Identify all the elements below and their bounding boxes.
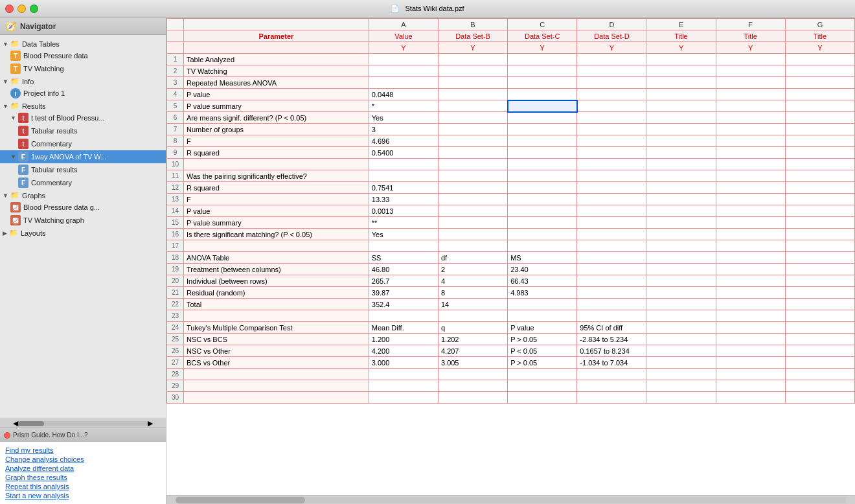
data-cell-f[interactable] xyxy=(716,380,785,392)
data-cell-g[interactable] xyxy=(785,334,854,345)
data-cell-d[interactable] xyxy=(577,299,646,310)
data-cell-e[interactable] xyxy=(646,357,716,369)
data-cell-e[interactable] xyxy=(646,299,716,310)
data-cell-g[interactable] xyxy=(785,217,854,229)
data-cell-c[interactable] xyxy=(508,205,577,217)
data-cell-a[interactable]: 4.696 xyxy=(369,135,438,147)
data-cell-f[interactable] xyxy=(716,54,785,65)
data-cell-g[interactable] xyxy=(785,264,854,275)
data-cell-f[interactable] xyxy=(716,159,785,170)
data-cell-b[interactable] xyxy=(438,100,507,112)
data-cell-g[interactable] xyxy=(785,89,854,100)
data-cell-c[interactable]: P value xyxy=(508,322,577,334)
new-analysis-link[interactable]: Start a new analysis xyxy=(5,491,161,500)
data-cell-a[interactable]: 352.4 xyxy=(369,299,438,310)
data-cell-a[interactable]: Yes xyxy=(369,112,438,124)
data-cell-g[interactable] xyxy=(785,77,854,89)
param-cell[interactable]: Is there significant matching? (P < 0.05… xyxy=(184,229,369,240)
data-cell-d[interactable] xyxy=(577,54,646,65)
data-cell-d[interactable] xyxy=(577,194,646,205)
data-cell-g[interactable] xyxy=(785,182,854,194)
data-cell-a[interactable] xyxy=(369,310,438,322)
param-cell[interactable] xyxy=(184,369,369,380)
data-cell-g[interactable] xyxy=(785,65,854,77)
data-cell-b[interactable] xyxy=(438,240,507,252)
param-cell[interactable]: F xyxy=(184,194,369,205)
param-cell[interactable]: Repeated Measures ANOVA xyxy=(184,77,369,89)
data-cell-b[interactable] xyxy=(438,170,507,182)
repeat-analysis-link[interactable]: Repeat this analysis xyxy=(5,482,161,491)
param-cell[interactable]: ANOVA Table xyxy=(184,252,369,264)
data-cell-c[interactable]: P < 0.05 xyxy=(508,345,577,357)
data-cell-c[interactable] xyxy=(508,194,577,205)
data-cell-b[interactable] xyxy=(438,380,507,392)
spreadsheet-scroll[interactable]: A B C D E F G Parameter Value xyxy=(166,18,855,495)
data-cell-g[interactable] xyxy=(785,229,854,240)
data-cell-b[interactable] xyxy=(438,310,507,322)
param-cell[interactable]: F xyxy=(184,135,369,147)
data-cell-b[interactable] xyxy=(438,124,507,135)
info-header[interactable]: ▼ 📁 Info xyxy=(0,76,166,87)
data-cell-e[interactable] xyxy=(646,112,716,124)
maximize-button[interactable] xyxy=(30,5,38,13)
data-cell-c[interactable] xyxy=(508,392,577,404)
scroll-right-icon[interactable]: ▶ xyxy=(148,419,153,428)
data-cell-g[interactable] xyxy=(785,100,854,112)
data-cell-g[interactable] xyxy=(785,205,854,217)
data-cell-b[interactable] xyxy=(438,89,507,100)
data-cell-a[interactable] xyxy=(369,369,438,380)
data-cell-e[interactable] xyxy=(646,89,716,100)
data-cell-f[interactable] xyxy=(716,124,785,135)
data-cell-c[interactable]: 66.43 xyxy=(508,275,577,287)
data-cell-d[interactable] xyxy=(577,112,646,124)
sidebar-item-bp-graph[interactable]: 📈 Blood Pressure data g... xyxy=(0,201,166,214)
data-cell-a[interactable]: 3.000 xyxy=(369,357,438,369)
data-cell-e[interactable] xyxy=(646,194,716,205)
data-cell-c[interactable] xyxy=(508,369,577,380)
data-cell-b[interactable] xyxy=(438,112,507,124)
param-cell[interactable]: P value summary xyxy=(184,100,369,112)
data-cell-f[interactable] xyxy=(716,182,785,194)
data-cell-c[interactable] xyxy=(508,135,577,147)
data-cell-a[interactable]: 0.0448 xyxy=(369,89,438,100)
data-cell-g[interactable] xyxy=(785,345,854,357)
data-cell-c[interactable] xyxy=(508,240,577,252)
data-cell-c[interactable] xyxy=(508,77,577,89)
data-cell-c[interactable]: P > 0.05 xyxy=(508,357,577,369)
data-tables-header[interactable]: ▼ 📁 Data Tables xyxy=(0,38,166,49)
data-cell-f[interactable] xyxy=(716,100,785,112)
bottom-scroll[interactable] xyxy=(166,495,855,504)
analyze-different-link[interactable]: Analyze different data xyxy=(5,464,161,473)
data-cell-e[interactable] xyxy=(646,369,716,380)
change-analysis-link[interactable]: Change analysis choices xyxy=(5,455,161,464)
data-cell-b[interactable] xyxy=(438,217,507,229)
param-cell[interactable]: Was the pairing significantly effective? xyxy=(184,170,369,182)
data-cell-f[interactable] xyxy=(716,322,785,334)
param-cell[interactable]: NSC vs BCS xyxy=(184,334,369,345)
data-cell-d[interactable] xyxy=(577,77,646,89)
data-cell-a[interactable]: 13.33 xyxy=(369,194,438,205)
data-cell-d[interactable] xyxy=(577,287,646,299)
param-cell[interactable]: NSC vs Other xyxy=(184,345,369,357)
data-cell-b[interactable]: 1.202 xyxy=(438,334,507,345)
data-cell-e[interactable] xyxy=(646,252,716,264)
data-cell-a[interactable] xyxy=(369,65,438,77)
param-cell[interactable]: R squared xyxy=(184,182,369,194)
sidebar-item-commentary-1[interactable]: t Commentary xyxy=(0,137,166,150)
data-cell-e[interactable] xyxy=(646,217,716,229)
data-cell-g[interactable] xyxy=(785,310,854,322)
data-cell-b[interactable]: 14 xyxy=(438,299,507,310)
data-cell-d[interactable] xyxy=(577,217,646,229)
data-cell-f[interactable] xyxy=(716,264,785,275)
data-cell-d[interactable] xyxy=(577,65,646,77)
param-cell[interactable]: R squared xyxy=(184,147,369,159)
sidebar-item-blood-pressure[interactable]: T Blood Pressure data xyxy=(0,49,166,62)
sidebar-scroll[interactable]: ◀ ▶ xyxy=(0,418,166,428)
data-cell-d[interactable] xyxy=(577,147,646,159)
param-cell[interactable]: TV Watching xyxy=(184,65,369,77)
data-cell-b[interactable] xyxy=(438,77,507,89)
sidebar-item-project-info[interactable]: i Project info 1 xyxy=(0,87,166,100)
data-cell-g[interactable] xyxy=(785,287,854,299)
data-cell-e[interactable] xyxy=(646,77,716,89)
data-cell-e[interactable] xyxy=(646,159,716,170)
